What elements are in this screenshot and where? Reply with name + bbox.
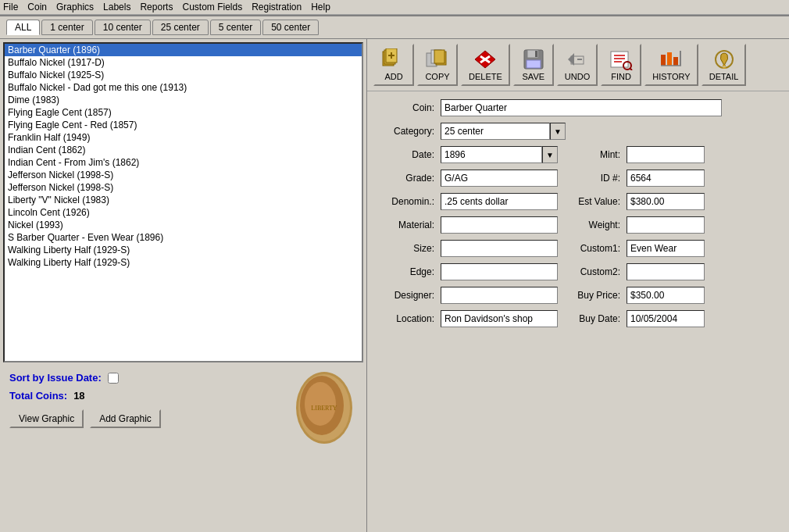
coin-label: Coin: xyxy=(380,102,434,113)
list-item[interactable]: Barber Quarter (1896) xyxy=(5,44,362,56)
menu-reports[interactable]: Reports xyxy=(140,2,173,12)
est-value-input[interactable] xyxy=(627,193,705,210)
list-item[interactable]: Walking Liberty Half (1929-S) xyxy=(5,244,362,256)
save-button[interactable]: SAVE xyxy=(513,44,554,86)
mint-label: Mint: xyxy=(573,149,620,160)
find-icon xyxy=(609,48,634,70)
buy-price-label: Buy Price: xyxy=(569,290,620,301)
date-label: Date: xyxy=(380,149,434,160)
copy-button[interactable]: COPY xyxy=(417,44,458,86)
id-input[interactable] xyxy=(627,170,705,187)
buy-price-input[interactable] xyxy=(627,287,705,304)
material-label: Material: xyxy=(380,220,434,230)
buy-date-input[interactable] xyxy=(627,310,705,327)
history-icon xyxy=(659,48,684,70)
custom1-input[interactable] xyxy=(627,240,705,257)
view-graphic-button[interactable]: View Graphic xyxy=(9,409,84,428)
tab-25center[interactable]: 25 center xyxy=(152,20,209,35)
add-button[interactable]: ADD xyxy=(373,44,414,86)
weight-input[interactable] xyxy=(627,216,705,234)
svg-rect-31 xyxy=(667,52,672,66)
weight-label: Weight: xyxy=(573,220,620,230)
coin-input[interactable] xyxy=(441,99,722,116)
svg-text:LIBERTY: LIBERTY xyxy=(311,405,337,412)
tab-1center[interactable]: 1 center xyxy=(41,20,92,35)
coin-thumbnail: LIBERTY xyxy=(293,369,355,447)
date-dropdown[interactable]: ▼ xyxy=(542,146,558,163)
tab-10center[interactable]: 10 center xyxy=(95,20,151,35)
svg-rect-32 xyxy=(673,57,678,66)
svg-rect-24 xyxy=(611,52,628,67)
list-item[interactable]: Flying Eagle Cent - Red (1857) xyxy=(5,119,362,131)
svg-rect-30 xyxy=(661,55,666,66)
sort-checkbox[interactable] xyxy=(108,373,119,384)
list-item[interactable]: Indian Cent - From Jim's (1862) xyxy=(5,156,362,169)
svg-rect-20 xyxy=(535,51,537,57)
tab-50center[interactable]: 50 center xyxy=(262,20,319,35)
undo-button[interactable]: UNDO xyxy=(557,44,598,86)
buy-date-label: Buy Date: xyxy=(569,313,620,324)
detail-icon xyxy=(712,48,737,70)
menu-coin[interactable]: Coin xyxy=(27,2,47,12)
list-item[interactable]: Jefferson Nickel (1998-S) xyxy=(5,169,362,181)
menu-registration[interactable]: Registration xyxy=(252,2,302,12)
svg-rect-19 xyxy=(527,60,541,68)
copy-icon xyxy=(425,48,450,70)
total-label: Total Coins: xyxy=(9,390,67,402)
custom1-label: Custom1: xyxy=(569,243,620,254)
material-input[interactable] xyxy=(441,216,558,234)
grade-label: Grade: xyxy=(380,173,434,184)
delete-button[interactable]: DELETE xyxy=(461,44,510,86)
date-input[interactable] xyxy=(441,146,542,163)
detail-button[interactable]: DETAIL xyxy=(702,44,747,86)
grade-input[interactable] xyxy=(441,170,558,187)
find-button[interactable]: FIND xyxy=(601,44,641,86)
list-item[interactable]: Walking Liberty Half (1929-S) xyxy=(5,256,362,269)
list-item[interactable]: Nickel (1993) xyxy=(5,219,362,231)
est-value-label: Est Value: xyxy=(566,196,620,207)
list-item[interactable]: Buffalo Nickel - Dad got me this one (19… xyxy=(5,81,362,94)
denomin-label: Denomin.: xyxy=(380,196,434,207)
list-item[interactable]: Dime (1983) xyxy=(5,94,362,106)
tab-all[interactable]: ALL xyxy=(6,20,40,35)
form-area: Coin: Category: ▼ Date: ▼ Mint: xyxy=(367,91,789,532)
category-input[interactable] xyxy=(441,123,550,140)
tab-5center[interactable]: 5 center xyxy=(210,20,261,35)
menu-file[interactable]: File xyxy=(3,2,18,12)
delete-icon xyxy=(473,48,498,70)
menu-help[interactable]: Help xyxy=(311,2,330,12)
size-input[interactable] xyxy=(441,240,558,257)
list-item[interactable]: Indian Cent (1862) xyxy=(5,144,362,156)
history-button[interactable]: HISTORY xyxy=(644,44,698,86)
mint-input[interactable] xyxy=(627,146,705,163)
list-item[interactable]: Buffalo Nickel (1917-D) xyxy=(5,56,362,69)
svg-point-3 xyxy=(305,382,336,426)
location-input[interactable] xyxy=(441,310,558,327)
add-graphic-button[interactable]: Add Graphic xyxy=(90,409,161,428)
list-item[interactable]: Flying Eagle Cent (1857) xyxy=(5,106,362,119)
save-icon xyxy=(521,48,546,70)
category-dropdown[interactable]: ▼ xyxy=(550,123,566,140)
menu-custom-fields[interactable]: Custom Fields xyxy=(182,2,242,12)
category-label: Category: xyxy=(380,126,434,137)
custom2-input[interactable] xyxy=(627,263,705,280)
edge-input[interactable] xyxy=(441,263,558,280)
location-label: Location: xyxy=(380,313,434,324)
menu-graphics[interactable]: Graphics xyxy=(56,2,94,12)
list-item[interactable]: Buffalo Nickel (1925-S) xyxy=(5,69,362,81)
svg-line-29 xyxy=(630,68,632,70)
menu-labels[interactable]: Labels xyxy=(103,2,130,12)
custom2-label: Custom2: xyxy=(569,266,620,277)
list-item[interactable]: Jefferson Nickel (1998-S) xyxy=(5,181,362,194)
svg-rect-13 xyxy=(434,50,444,63)
list-item[interactable]: Franklin Half (1949) xyxy=(5,131,362,144)
id-label: ID #: xyxy=(573,173,620,184)
denomin-input[interactable] xyxy=(441,193,558,210)
list-item[interactable]: S Barber Quarter - Even Wear (1896) xyxy=(5,231,362,244)
list-item[interactable]: Lincoln Cent (1926) xyxy=(5,206,362,219)
list-item[interactable]: Liberty "V" Nickel (1983) xyxy=(5,194,362,206)
svg-rect-33 xyxy=(680,51,681,66)
undo-icon xyxy=(565,48,590,70)
coin-list[interactable]: Barber Quarter (1896) Buffalo Nickel (19… xyxy=(3,42,363,362)
designer-input[interactable] xyxy=(441,287,558,304)
